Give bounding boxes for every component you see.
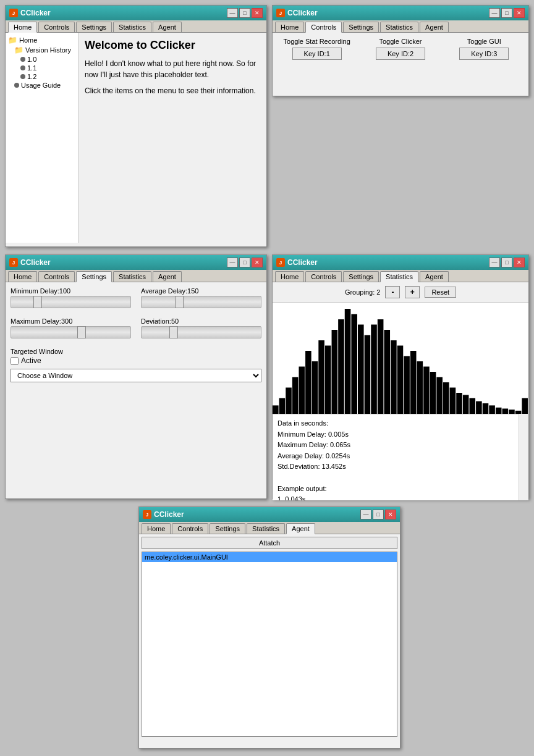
svg-rect-37: [515, 411, 522, 414]
histogram-svg: [273, 303, 528, 414]
max-delay-slider[interactable]: [11, 326, 131, 338]
tab-statistics-2[interactable]: Statistics: [380, 22, 418, 32]
control-toggle-clicker: Toggle Clicker Key ID:2: [361, 38, 439, 60]
tree-usage-guide[interactable]: Usage Guide: [8, 81, 75, 90]
toggle-stat-label: Toggle Stat Recording: [284, 38, 350, 45]
slider-row-2: Maximum Delay:300 Deviation:50: [11, 317, 261, 340]
stats-scrollbar[interactable]: [519, 414, 528, 500]
maximize-btn-4[interactable]: □: [501, 258, 512, 267]
tab-settings-3[interactable]: Settings: [76, 271, 112, 282]
reset-btn[interactable]: Reset: [425, 287, 456, 298]
svg-rect-31: [476, 401, 482, 414]
grouping-plus-btn[interactable]: +: [405, 286, 420, 298]
key-btn-2[interactable]: Key ID:2: [376, 48, 425, 60]
key-btn-1[interactable]: Key ID:1: [292, 48, 342, 60]
tab-controls-5[interactable]: Controls: [172, 523, 208, 534]
main-content: Welcome to CClicker Hello! I don't know …: [78, 33, 266, 243]
tab-agent-3[interactable]: Agent: [153, 271, 182, 282]
window-settings: J CClicker — □ ✕ Home Controls Settings …: [5, 254, 267, 499]
min-delay-slider[interactable]: [11, 296, 131, 308]
tree-home-label: Home: [19, 36, 37, 44]
stats-text-area: Data in seconds:Minimum Delay: 0.005sMax…: [273, 414, 519, 500]
minimize-btn-5[interactable]: —: [360, 510, 371, 519]
deviation-slider[interactable]: [141, 326, 261, 338]
tab-controls-2[interactable]: Controls: [305, 22, 342, 33]
avg-delay-slider[interactable]: [141, 296, 261, 308]
maximize-btn-3[interactable]: □: [239, 258, 250, 267]
tab-home-5[interactable]: Home: [142, 523, 171, 534]
key-btn-3[interactable]: Key ID:3: [459, 48, 509, 60]
bullet-v10: [20, 57, 25, 62]
tab-settings-2[interactable]: Settings: [343, 22, 379, 32]
tab-settings-5[interactable]: Settings: [210, 523, 245, 534]
attach-btn[interactable]: Attatch: [142, 537, 397, 549]
tab-statistics-1[interactable]: Statistics: [113, 22, 151, 32]
svg-rect-26: [443, 382, 449, 414]
toggle-gui-label: Toggle GUI: [467, 38, 501, 45]
targeted-window-section: Targeted Window Active Choose a Window: [11, 348, 261, 382]
tab-home-2[interactable]: Home: [275, 22, 304, 32]
agent-item-main[interactable]: me.coley.clicker.ui.MainGUI: [142, 552, 397, 562]
title-buttons-1: — □ ✕: [227, 8, 263, 18]
maximize-btn-5[interactable]: □: [373, 510, 384, 519]
tab-controls-4[interactable]: Controls: [305, 271, 342, 282]
tree-v12[interactable]: 1.2: [8, 72, 75, 81]
window-dropdown[interactable]: Choose a Window: [11, 369, 261, 382]
tab-home-3[interactable]: Home: [8, 271, 37, 282]
svg-rect-7: [318, 340, 324, 414]
tab-agent-5[interactable]: Agent: [286, 523, 315, 534]
close-btn-5[interactable]: ✕: [385, 510, 396, 519]
svg-rect-25: [436, 377, 443, 414]
minimize-btn-4[interactable]: —: [489, 258, 500, 267]
tab-settings-1[interactable]: Settings: [76, 22, 112, 32]
tree-v11[interactable]: 1.1: [8, 64, 75, 72]
tree-version-history[interactable]: 📁 Version History: [8, 45, 75, 55]
svg-rect-32: [483, 403, 489, 414]
minimize-btn-2[interactable]: —: [489, 8, 500, 18]
targeted-window-title: Targeted Window: [11, 348, 261, 355]
tab-home-1[interactable]: Home: [8, 22, 37, 33]
maximize-btn-2[interactable]: □: [501, 8, 512, 18]
window-home: J CClicker — □ ✕ Home Controls Settings …: [5, 5, 267, 247]
tab-controls-1[interactable]: Controls: [38, 22, 75, 32]
svg-rect-30: [469, 398, 475, 414]
tab-bar-1: Home Controls Settings Statistics Agent: [6, 20, 266, 33]
svg-rect-34: [496, 408, 502, 414]
stats-bottom: Data in seconds:Minimum Delay: 0.005sMax…: [273, 414, 528, 500]
java-icon-2: J: [276, 9, 285, 17]
tab-agent-2[interactable]: Agent: [420, 22, 449, 32]
tab-statistics-3[interactable]: Statistics: [113, 271, 151, 282]
close-btn-2[interactable]: ✕: [514, 8, 525, 18]
svg-rect-21: [410, 351, 417, 414]
grouping-minus-btn[interactable]: -: [385, 286, 400, 298]
close-btn-1[interactable]: ✕: [252, 8, 263, 18]
tab-statistics-5[interactable]: Statistics: [247, 523, 285, 534]
close-btn-4[interactable]: ✕: [514, 258, 525, 267]
stats-header: Grouping: 2 - + Reset: [273, 282, 528, 303]
svg-rect-10: [338, 319, 344, 414]
minimize-btn-1[interactable]: —: [227, 8, 238, 18]
slider-row-1: Minimum Delay:100 Average Delay:150: [11, 287, 261, 310]
active-checkbox[interactable]: [11, 357, 19, 365]
tab-agent-1[interactable]: Agent: [153, 22, 182, 32]
minimize-btn-3[interactable]: —: [227, 258, 238, 267]
svg-rect-5: [305, 351, 312, 414]
close-btn-3[interactable]: ✕: [252, 258, 263, 267]
tree-v10[interactable]: 1.0: [8, 55, 75, 64]
controls-grid: Toggle Stat Recording Key ID:1 Toggle Cl…: [273, 33, 528, 65]
svg-rect-8: [325, 346, 331, 414]
title-buttons-3: — □ ✕: [227, 258, 263, 267]
content-1: 📁 Home 📁 Version History 1.0 1.1 1.2: [6, 33, 266, 243]
tab-statistics-4[interactable]: Statistics: [380, 271, 418, 282]
agent-list: me.coley.clicker.ui.MainGUI: [142, 552, 397, 737]
svg-rect-23: [423, 367, 430, 414]
svg-rect-1: [279, 398, 286, 414]
svg-rect-15: [371, 325, 377, 414]
tab-settings-4[interactable]: Settings: [343, 271, 379, 282]
tree-home[interactable]: 📁 Home: [8, 35, 75, 45]
tab-home-4[interactable]: Home: [275, 271, 304, 282]
tab-controls-3[interactable]: Controls: [38, 271, 75, 282]
tab-agent-4[interactable]: Agent: [420, 271, 449, 282]
maximize-btn-1[interactable]: □: [239, 8, 250, 18]
java-icon-5: J: [143, 510, 151, 519]
